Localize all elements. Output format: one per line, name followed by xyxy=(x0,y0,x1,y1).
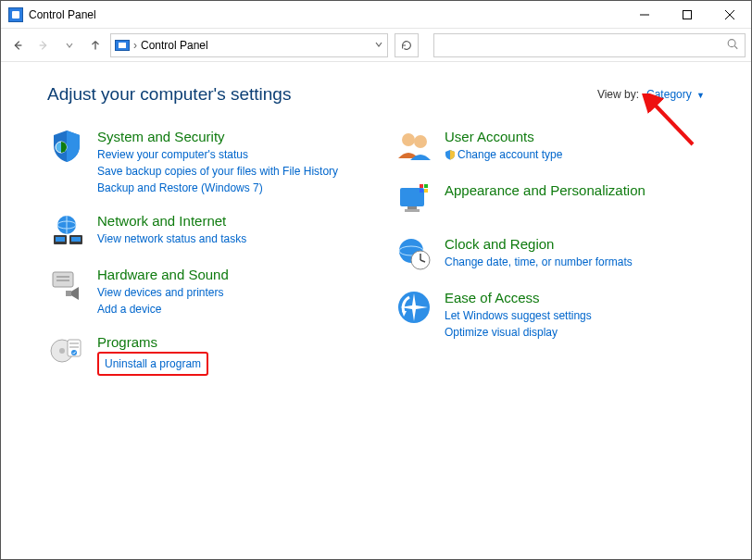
refresh-button[interactable] xyxy=(395,33,419,57)
category-title[interactable]: Appearance and Personalization xyxy=(445,182,645,198)
ease-of-access-icon xyxy=(395,288,433,327)
category-title[interactable]: System and Security xyxy=(97,129,338,144)
link-backup-restore[interactable]: Backup and Restore (Windows 7) xyxy=(97,180,338,196)
category-title[interactable]: Clock and Region xyxy=(445,236,633,252)
link-review-status[interactable]: Review your computer's status xyxy=(97,146,338,163)
svg-rect-1 xyxy=(683,10,692,19)
svg-rect-31 xyxy=(420,184,423,188)
view-by-value[interactable]: Category ▼ xyxy=(646,88,705,101)
svg-rect-19 xyxy=(66,291,71,296)
appearance-icon xyxy=(395,180,433,219)
svg-rect-17 xyxy=(56,276,69,278)
page-title: Adjust your computer's settings xyxy=(47,84,291,105)
up-button[interactable] xyxy=(84,34,107,56)
window: Control Panel › Co xyxy=(0,0,752,560)
category-system-security: System and Security Review your computer… xyxy=(47,127,376,196)
svg-rect-13 xyxy=(56,237,65,242)
category-network-internet: Network and Internet View network status… xyxy=(47,211,376,250)
network-icon xyxy=(47,211,86,250)
svg-rect-15 xyxy=(71,237,81,242)
link-change-account-type[interactable]: Change account type xyxy=(445,146,562,163)
svg-point-6 xyxy=(728,39,735,46)
annotation-highlight: Uninstall a program xyxy=(97,352,208,376)
category-user-accounts: User Accounts Change account type xyxy=(395,127,723,166)
control-panel-icon xyxy=(115,40,130,51)
category-title[interactable]: Ease of Access xyxy=(445,290,592,305)
svg-rect-34 xyxy=(424,189,428,193)
right-column: User Accounts Change account type xyxy=(395,127,723,391)
programs-icon xyxy=(47,332,86,371)
user-accounts-icon xyxy=(395,127,433,166)
svg-rect-24 xyxy=(69,346,79,348)
maximize-button[interactable] xyxy=(666,1,708,28)
navbar: › Control Panel xyxy=(1,29,751,62)
search-input[interactable] xyxy=(433,33,746,57)
link-devices-printers[interactable]: View devices and printers xyxy=(97,284,229,301)
link-change-formats[interactable]: Change date, time, or number formats xyxy=(445,254,633,270)
back-button[interactable] xyxy=(6,34,29,56)
recent-locations-dropdown[interactable] xyxy=(58,34,81,56)
chevron-down-icon: ▼ xyxy=(696,91,705,100)
link-add-device[interactable]: Add a device xyxy=(97,301,229,317)
chevron-right-icon: › xyxy=(133,39,137,52)
hardware-icon xyxy=(47,265,86,304)
link-optimize-display[interactable]: Optimize visual display xyxy=(445,324,592,341)
forward-button[interactable] xyxy=(32,34,55,56)
view-by-label: View by: xyxy=(597,88,639,101)
svg-point-21 xyxy=(59,348,65,354)
svg-rect-33 xyxy=(420,189,423,193)
category-title[interactable]: Hardware and Sound xyxy=(97,267,229,282)
svg-line-7 xyxy=(734,45,737,48)
category-title[interactable]: User Accounts xyxy=(445,129,562,144)
window-title: Control Panel xyxy=(29,8,96,21)
clock-icon xyxy=(395,234,433,273)
header-row: Adjust your computer's settings View by:… xyxy=(47,84,723,105)
categories-grid: System and Security Review your computer… xyxy=(47,127,723,391)
category-title[interactable]: Network and Internet xyxy=(97,213,246,229)
svg-point-26 xyxy=(402,133,415,146)
control-panel-icon xyxy=(8,7,23,22)
svg-rect-29 xyxy=(407,206,417,209)
address-dropdown-icon[interactable] xyxy=(374,39,383,52)
svg-rect-30 xyxy=(405,209,420,212)
content-area: Adjust your computer's settings View by:… xyxy=(1,62,751,559)
category-hardware-sound: Hardware and Sound View devices and prin… xyxy=(47,265,376,317)
svg-rect-18 xyxy=(56,280,69,281)
link-file-history[interactable]: Save backup copies of your files with Fi… xyxy=(97,163,338,180)
titlebar: Control Panel xyxy=(1,1,751,29)
minimize-button[interactable] xyxy=(623,1,666,28)
svg-point-25 xyxy=(71,350,77,355)
svg-point-27 xyxy=(414,135,427,148)
window-controls xyxy=(623,1,751,28)
close-button[interactable] xyxy=(708,1,751,28)
view-by-dropdown[interactable]: View by: Category ▼ xyxy=(597,88,705,101)
svg-rect-23 xyxy=(69,342,79,344)
category-title[interactable]: Programs xyxy=(97,334,208,350)
address-bar[interactable]: › Control Panel xyxy=(110,33,388,57)
shield-icon xyxy=(47,127,86,166)
link-uninstall-program[interactable]: Uninstall a program xyxy=(105,357,201,370)
category-clock-region: Clock and Region Change date, time, or n… xyxy=(395,234,723,273)
left-column: System and Security Review your computer… xyxy=(47,127,376,391)
category-ease-of-access: Ease of Access Let Windows suggest setti… xyxy=(395,288,723,341)
link-network-status[interactable]: View network status and tasks xyxy=(97,230,246,247)
breadcrumb-item[interactable]: Control Panel xyxy=(141,39,208,52)
link-suggest-settings[interactable]: Let Windows suggest settings xyxy=(445,307,592,324)
svg-rect-32 xyxy=(424,184,428,188)
category-appearance: Appearance and Personalization xyxy=(395,180,723,219)
category-programs: Programs Uninstall a program xyxy=(47,332,376,376)
search-icon xyxy=(726,37,739,53)
